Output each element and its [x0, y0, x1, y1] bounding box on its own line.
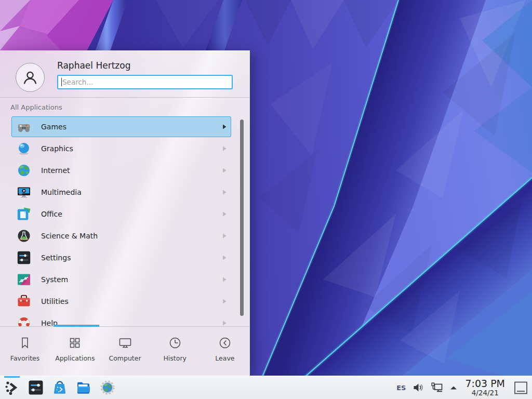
chevron-right-icon — [222, 146, 227, 151]
tab-computer[interactable]: Computer — [100, 327, 150, 376]
dolphin-icon — [76, 380, 91, 395]
search-input[interactable] — [57, 75, 233, 89]
menu-item-label: Utilities — [41, 297, 69, 305]
menu-item-multimedia[interactable]: Multimedia — [11, 182, 231, 203]
clock-date: 4/24/21 — [472, 389, 499, 396]
tab-label: Leave — [215, 354, 234, 362]
tab-applications[interactable]: Applications — [50, 327, 100, 376]
menu-item-science-math[interactable]: Science & Math — [11, 225, 231, 246]
application-launcher-menu: Raphael Hertzog All Applications GamesGr… — [0, 50, 250, 376]
taskbar-application-launcher[interactable] — [0, 376, 24, 399]
menu-item-label: Multimedia — [41, 188, 82, 196]
app-category-list: GamesGraphicsInternetMultimediaOfficeSci… — [0, 116, 250, 326]
taskbar-discover[interactable] — [48, 376, 72, 399]
launcher-header: Raphael Hertzog — [0, 50, 250, 97]
scrollbar-thumb[interactable] — [240, 119, 244, 316]
taskbar: ES 7:03 PM 4/ — [0, 376, 532, 399]
chevron-right-icon — [222, 321, 227, 326]
settings-icon — [17, 251, 31, 264]
chevron-right-icon — [222, 190, 227, 195]
system-icon — [17, 273, 31, 286]
text-cursor — [61, 78, 62, 86]
tab-label: Applications — [55, 354, 95, 362]
tab-label: History — [163, 354, 186, 362]
chevron-right-icon — [222, 211, 227, 217]
office-icon — [17, 207, 31, 221]
tab-leave[interactable]: Leave — [200, 327, 250, 376]
systemsettings-icon — [28, 380, 44, 395]
menu-item-games[interactable]: Games — [11, 116, 231, 137]
section-label: All Applications — [10, 103, 62, 111]
active-task-indicator — [4, 376, 20, 378]
utilities-icon — [17, 295, 31, 308]
taskbar-web-browser[interactable] — [96, 376, 119, 399]
header-separator — [0, 97, 250, 98]
tab-label: Favorites — [10, 354, 39, 362]
multimedia-icon — [17, 185, 31, 199]
menu-item-office[interactable]: Office — [11, 204, 231, 224]
launcher-tab-bar: FavoritesApplicationsComputerHistoryLeav… — [0, 326, 250, 376]
keyboard-layout-indicator[interactable]: ES — [396, 384, 406, 392]
konqueror-icon — [100, 380, 115, 395]
games-icon — [17, 120, 31, 134]
tab-label: Computer — [109, 354, 141, 362]
menu-item-label: Games — [41, 123, 66, 131]
menu-item-label: System — [41, 275, 68, 284]
graphics-icon — [17, 142, 31, 155]
menu-item-label: Internet — [41, 166, 70, 175]
menu-item-settings[interactable]: Settings — [11, 247, 231, 268]
show-desktop-button[interactable] — [513, 376, 528, 399]
chevron-right-icon — [222, 255, 227, 260]
applications-icon — [68, 335, 82, 351]
favorites-icon — [18, 335, 32, 351]
chevron-right-icon — [222, 299, 227, 304]
leave-icon — [218, 335, 232, 351]
expand-tray-icon[interactable] — [450, 385, 457, 390]
science-icon — [17, 229, 31, 243]
tab-history[interactable]: History — [150, 327, 200, 376]
computer-icon — [118, 335, 132, 351]
help-icon — [17, 316, 31, 326]
menu-item-label: Science & Math — [41, 232, 98, 240]
taskbar-file-manager[interactable] — [72, 376, 96, 399]
menu-item-label: Settings — [41, 254, 71, 262]
digital-clock[interactable]: 7:03 PM 4/24/21 — [464, 379, 506, 396]
kickoff-icon — [4, 380, 20, 395]
chevron-right-icon — [222, 124, 227, 129]
internet-icon — [17, 164, 31, 177]
desktop: Raphael Hertzog All Applications GamesGr… — [0, 0, 532, 399]
chevron-right-icon — [222, 233, 227, 238]
search-field-wrap — [57, 75, 233, 89]
taskbar-system-settings[interactable] — [24, 376, 48, 399]
menu-item-label: Office — [41, 210, 62, 218]
user-avatar[interactable] — [16, 63, 45, 92]
tab-favorites[interactable]: Favorites — [0, 327, 50, 376]
clock-time: 7:03 PM — [465, 379, 505, 389]
history-icon — [168, 335, 182, 351]
user-icon — [21, 69, 39, 86]
active-tab-indicator — [54, 325, 99, 327]
menu-item-utilities[interactable]: Utilities — [11, 291, 231, 312]
chevron-right-icon — [222, 168, 227, 173]
menu-item-internet[interactable]: Internet — [11, 160, 231, 181]
menu-item-system[interactable]: System — [11, 269, 231, 290]
discover-icon — [52, 380, 68, 395]
system-tray: ES 7:03 PM 4/ — [396, 376, 532, 399]
network-icon[interactable] — [431, 382, 443, 393]
volume-icon[interactable] — [413, 382, 424, 393]
taskbar-app-icons — [0, 376, 119, 399]
menu-item-graphics[interactable]: Graphics — [11, 138, 231, 159]
show-desktop-icon — [514, 381, 528, 395]
user-name: Raphael Hertzog — [57, 60, 130, 71]
menu-item-label: Graphics — [41, 144, 73, 153]
menu-item-help[interactable]: Help — [11, 313, 231, 326]
chevron-right-icon — [222, 277, 227, 282]
